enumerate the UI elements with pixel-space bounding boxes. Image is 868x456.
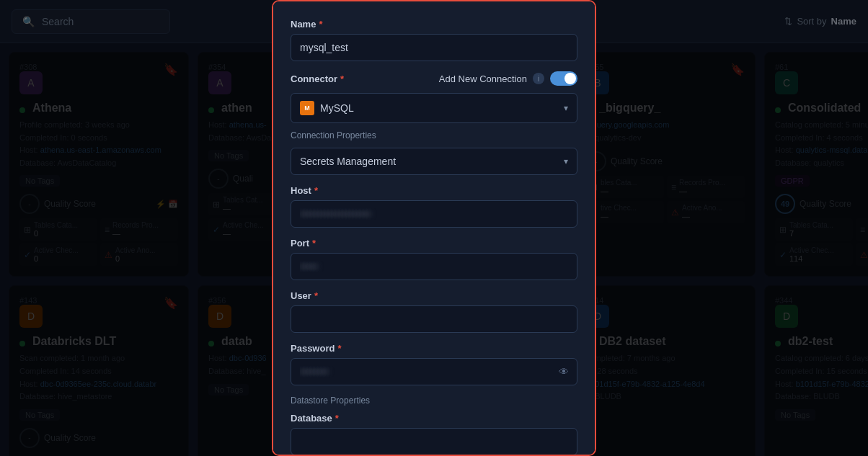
port-input[interactable]: [291, 253, 577, 280]
toggle-add-connection[interactable]: [550, 71, 577, 86]
connector-value: MySQL: [320, 102, 354, 114]
user-label: User *: [291, 290, 577, 301]
password-input[interactable]: [291, 358, 577, 385]
required-marker: *: [335, 413, 339, 424]
required-marker: *: [337, 343, 341, 354]
required-marker: *: [314, 290, 318, 301]
modal-overlay: Name * Connector * Add New Connection i …: [0, 0, 868, 456]
password-wrapper: 👁: [291, 358, 577, 385]
database-input[interactable]: [291, 428, 577, 455]
connector-label: Connector *: [291, 73, 344, 84]
database-label: Database *: [291, 413, 577, 424]
mysql-icon: M: [300, 101, 314, 115]
required-marker: *: [312, 238, 316, 249]
eye-off-icon[interactable]: 👁: [559, 366, 569, 377]
name-label: Name *: [291, 19, 577, 30]
connector-select[interactable]: M MySQL ▾: [291, 93, 577, 123]
password-label: Password *: [291, 343, 577, 354]
connector-select-inner: M MySQL: [300, 101, 354, 115]
secrets-value: Secrets Management: [300, 156, 396, 167]
chevron-down-icon: ▾: [564, 156, 568, 166]
required-marker: *: [340, 73, 344, 84]
modal-form: Name * Connector * Add New Connection i …: [272, 0, 596, 456]
user-input[interactable]: [291, 305, 577, 333]
connection-properties-label: Connection Properties: [291, 130, 577, 140]
secrets-select[interactable]: Secrets Management ▾: [291, 148, 577, 175]
host-input[interactable]: [291, 200, 577, 228]
name-input[interactable]: [291, 34, 577, 61]
add-connection-label: Add New Connection: [439, 73, 527, 84]
datastore-properties-label: Datastore Properties: [291, 395, 577, 406]
connector-row: Connector * Add New Connection i: [291, 71, 577, 86]
required-marker: *: [314, 185, 318, 196]
info-icon[interactable]: i: [533, 73, 544, 84]
chevron-down-icon: ▾: [564, 103, 568, 113]
required-marker: *: [319, 19, 322, 30]
port-label: Port *: [291, 238, 577, 249]
add-connection-row: Add New Connection i: [439, 71, 577, 86]
host-label: Host *: [291, 185, 577, 196]
